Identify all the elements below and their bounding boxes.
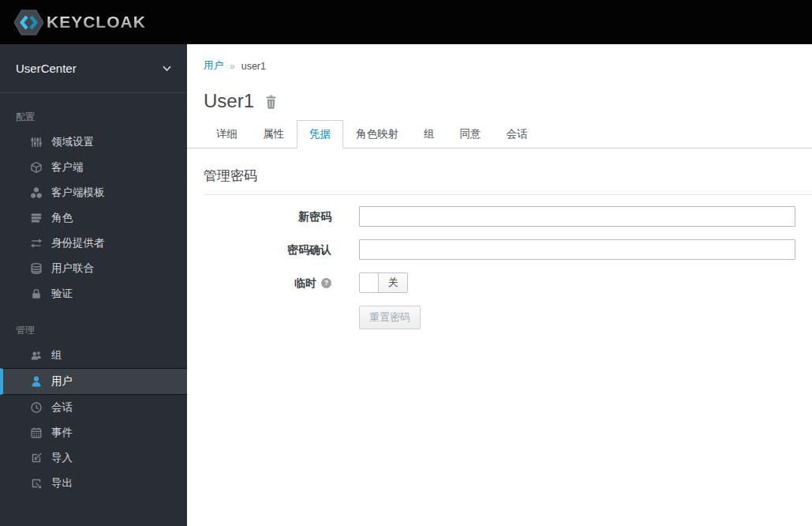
sidebar-item-label: 组: [51, 348, 62, 363]
toggle-state-label: 关: [379, 273, 407, 292]
sidebar-item-groups[interactable]: 组: [0, 343, 187, 368]
temporary-label-wrap: 临时 ?: [204, 272, 331, 293]
sidebar-section-manage: 管理: [0, 306, 187, 343]
sidebar-item-roles[interactable]: 角色: [0, 205, 187, 231]
tab-bar: 详细 属性 凭据 角色映射 组 同意 会话: [187, 120, 812, 148]
export-icon: [30, 477, 43, 490]
sidebar-item-label: 身份提供者: [51, 236, 105, 250]
sidebar-item-identity-providers[interactable]: 身份提供者: [0, 231, 187, 256]
keycloak-logo-icon: [14, 9, 43, 36]
password-confirmation-input[interactable]: [359, 239, 795, 260]
sidebar-item-export[interactable]: 导出: [0, 471, 187, 496]
tab-sessions[interactable]: 会话: [494, 120, 541, 148]
clients-icon: [30, 161, 43, 174]
password-form: 新密码 密码确认 临时 ?: [204, 206, 795, 329]
sidebar-item-label: 导出: [51, 476, 73, 490]
breadcrumb-separator: »: [230, 61, 235, 72]
main-content: 用户 » user1 User1 详细 属性 凭据 角色映射 组 同意: [187, 44, 812, 526]
reset-password-button[interactable]: 重置密码: [359, 306, 421, 329]
sidebar-item-client-templates[interactable]: 客户端模板: [0, 180, 187, 205]
sidebar-item-label: 用户联合: [51, 261, 94, 276]
temporary-label: 临时: [294, 272, 316, 293]
sidebar-item-events[interactable]: 事件: [0, 420, 187, 445]
sidebar-item-users[interactable]: 用户: [0, 368, 187, 395]
identity-providers-icon: [30, 237, 43, 250]
tab-attributes[interactable]: 属性: [250, 120, 297, 148]
user-icon: [30, 375, 43, 388]
sidebar-item-label: 导入: [51, 451, 73, 465]
sidebar-item-realm-settings[interactable]: 领域设置: [0, 130, 187, 155]
calendar-icon: [30, 426, 43, 439]
new-password-label: 新密码: [204, 206, 331, 227]
sidebar-item-import[interactable]: 导入: [0, 445, 187, 471]
trash-icon[interactable]: [264, 95, 278, 110]
tab-details[interactable]: 详细: [204, 120, 250, 148]
sidebar-item-user-federation[interactable]: 用户联合: [0, 256, 187, 281]
form-row-password-confirmation: 密码确认: [204, 239, 795, 260]
breadcrumb-current: user1: [241, 61, 266, 72]
chevron-down-icon: [163, 66, 171, 72]
tab-consents[interactable]: 同意: [447, 120, 494, 148]
realm-selector[interactable]: UserCenter: [0, 44, 187, 93]
password-confirmation-label: 密码确认: [204, 239, 331, 260]
section-title-manage-password: 管理密码: [204, 148, 812, 195]
breadcrumb: 用户 » user1: [187, 44, 812, 73]
question-circle-icon[interactable]: ?: [321, 278, 331, 288]
toggle-handle: [360, 273, 379, 292]
groups-icon: [30, 349, 43, 362]
sidebar-item-label: 会话: [51, 400, 73, 415]
logo-wordmark: KEYCLOAK: [47, 13, 146, 32]
sidebar: UserCenter 配置 领域设置: [0, 44, 187, 526]
sidebar-item-sessions[interactable]: 会话: [0, 395, 187, 420]
realm-settings-icon: [30, 136, 43, 148]
sidebar-item-label: 客户端: [51, 160, 84, 175]
sidebar-item-label: 客户端模板: [51, 186, 105, 200]
lock-icon: [30, 287, 43, 300]
form-row-reset: 重置密码: [204, 306, 795, 329]
new-password-input[interactable]: [359, 206, 795, 227]
sidebar-section-config: 配置: [0, 93, 187, 130]
form-row-new-password: 新密码: [204, 206, 795, 227]
form-row-temporary: 临时 ? 关: [204, 272, 795, 293]
keycloak-logo[interactable]: KEYCLOAK: [14, 9, 146, 36]
roles-icon: [30, 212, 43, 224]
user-federation-icon: [30, 262, 43, 275]
sidebar-item-label: 角色: [51, 211, 73, 225]
sidebar-item-label: 用户: [51, 374, 73, 389]
temporary-toggle[interactable]: 关: [359, 272, 408, 293]
tab-role-mappings[interactable]: 角色映射: [343, 120, 411, 148]
app-header: KEYCLOAK: [0, 0, 812, 44]
sidebar-item-clients[interactable]: 客户端: [0, 155, 187, 180]
sidebar-item-label: 事件: [51, 426, 73, 440]
page-title: User1: [204, 90, 254, 112]
sidebar-item-label: 验证: [51, 287, 73, 301]
sidebar-item-authentication[interactable]: 验证: [0, 281, 187, 306]
breadcrumb-users-link[interactable]: 用户: [204, 59, 223, 73]
realm-name: UserCenter: [16, 62, 77, 75]
clock-icon: [30, 401, 43, 414]
import-icon: [30, 452, 43, 464]
tab-groups[interactable]: 组: [411, 120, 447, 148]
client-templates-icon: [30, 186, 43, 199]
sidebar-item-label: 领域设置: [51, 135, 94, 149]
tab-credentials[interactable]: 凭据: [297, 120, 343, 148]
